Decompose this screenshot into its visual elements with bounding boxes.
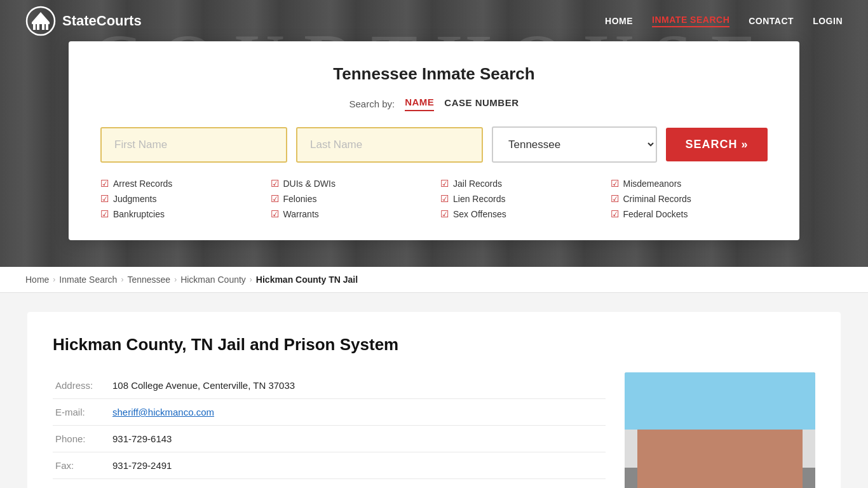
check-label: Misdemeanors [623,179,682,189]
content-title: Hickman County, TN Jail and Prison Syste… [53,335,815,355]
breadcrumb-sep-4: › [250,275,252,284]
email-link[interactable]: sheriff@hickmanco.com [112,407,214,417]
nav-home[interactable]: HOME [605,16,633,26]
breadcrumb-home[interactable]: Home [25,274,49,285]
nav-links: HOME INMATE SEARCH CONTACT LOGIN [605,15,843,27]
website-label: Website: [53,479,110,489]
search-by-row: Search by: NAME CASE NUMBER [100,97,768,111]
first-name-input[interactable] [100,127,287,163]
nav-login[interactable]: LOGIN [813,16,843,26]
table-row-fax: Fax: 931-729-2491 [53,452,606,479]
checkbox-icon: ☑ [100,178,109,189]
website-value: https://www.hickmancountytn.com/director… [110,479,606,489]
content-left: Address: 108 College Avenue, Centerville… [53,372,606,488]
check-label: DUIs & DWIs [283,179,336,189]
last-name-input[interactable] [296,127,483,163]
check-item: ☑ DUIs & DWIs [271,178,428,189]
state-select[interactable]: AlabamaAlaskaArizonaArkansasCaliforniaCo… [492,126,657,163]
phone-label: Phone: [53,426,110,452]
breadcrumb-inmate-search[interactable]: Inmate Search [59,274,117,285]
check-label: Lien Records [453,194,506,204]
checkbox-icon: ☑ [271,193,279,205]
search-card: Tennessee Inmate Search Search by: NAME … [69,41,799,240]
check-item: ☑ Federal Dockets [611,208,768,220]
svg-marker-6 [32,12,50,22]
check-label: Jail Records [453,179,502,189]
logo-link[interactable]: StateCourts [25,6,142,36]
checkbox-icon: ☑ [611,178,619,189]
svg-rect-5 [32,22,50,24]
logo-text: StateCourts [62,13,142,29]
search-card-title: Tennessee Inmate Search [100,64,768,84]
checkbox-icon: ☑ [611,193,619,205]
tab-case-number[interactable]: CASE NUMBER [444,97,519,111]
address-label: Address: [53,372,110,399]
check-label: Felonies [283,194,317,204]
fax-label: Fax: [53,452,110,479]
breadcrumb-sep-1: › [53,275,55,284]
search-button[interactable]: SEARCH » [666,128,768,161]
checkbox-icon: ☑ [271,208,279,220]
info-table: Address: 108 College Avenue, Centerville… [53,372,606,488]
building-simulation [625,372,815,488]
check-label: Warrants [283,209,319,219]
check-item: ☑ Misdemeanors [611,178,768,189]
check-label: Arrest Records [113,179,172,189]
check-item: ☑ Sex Offenses [440,208,598,220]
email-label: E-mail: [53,399,110,426]
hero-section: COURTHOUSE StateCourts HOME INMATE SEARC… [0,0,868,267]
check-label: Sex Offenses [453,209,506,219]
check-item: ☑ Bankruptcies [100,208,258,220]
checkbox-icon: ☑ [611,208,619,220]
nav-inmate-search[interactable]: INMATE SEARCH [652,15,729,27]
check-label: Federal Dockets [623,209,688,219]
check-item: ☑ Felonies [271,193,428,205]
fax-value: 931-729-2491 [110,452,606,479]
checkbox-icon: ☑ [100,193,109,205]
checkbox-icon: ☑ [440,193,449,205]
svg-rect-4 [46,24,48,30]
search-by-label: Search by: [349,98,395,109]
check-item: ☑ Criminal Records [611,193,768,205]
table-row-phone: Phone: 931-729-6143 [53,426,606,452]
check-label: Criminal Records [623,194,691,204]
breadcrumb-sep-3: › [174,275,177,284]
breadcrumb: Home › Inmate Search › Tennessee › Hickm… [0,267,868,293]
email-value: sheriff@hickmanco.com [110,399,606,426]
facility-image [625,372,815,488]
logo-icon [25,6,56,36]
breadcrumb-hickman-county[interactable]: Hickman County [180,274,246,285]
table-row-address: Address: 108 College Avenue, Centerville… [53,372,606,399]
checks-row: ☑ Arrest Records☑ DUIs & DWIs☑ Jail Reco… [100,178,768,220]
breadcrumb-current: Hickman County TN Jail [256,274,358,285]
check-item: ☑ Judgments [100,193,258,205]
content-with-image: Address: 108 College Avenue, Centerville… [53,372,815,488]
breadcrumb-tennessee[interactable]: Tennessee [127,274,170,285]
table-row-website: Website: https://www.hickmancountytn.com… [53,479,606,489]
checkbox-icon: ☑ [271,178,279,189]
checkbox-icon: ☑ [440,208,449,220]
check-label: Bankruptcies [113,209,165,219]
tab-name[interactable]: NAME [405,97,434,111]
check-item: ☑ Jail Records [440,178,598,189]
svg-rect-1 [33,24,36,30]
check-label: Judgments [113,194,156,204]
check-item: ☑ Arrest Records [100,178,258,189]
search-inputs-row: AlabamaAlaskaArizonaArkansasCaliforniaCo… [100,126,768,163]
top-navigation: StateCourts HOME INMATE SEARCH CONTACT L… [0,0,868,41]
content-card: Hickman County, TN Jail and Prison Syste… [27,312,841,488]
check-item: ☑ Warrants [271,208,428,220]
check-item: ☑ Lien Records [440,193,598,205]
table-row-email: E-mail: sheriff@hickmanco.com [53,399,606,426]
address-value: 108 College Avenue, Centerville, TN 3703… [110,372,606,399]
main-content: Hickman County, TN Jail and Prison Syste… [0,293,868,488]
nav-contact[interactable]: CONTACT [749,16,794,26]
phone-value: 931-729-6143 [110,426,606,452]
checkbox-icon: ☑ [440,178,449,189]
checkbox-icon: ☑ [100,208,109,220]
breadcrumb-sep-2: › [121,275,123,284]
